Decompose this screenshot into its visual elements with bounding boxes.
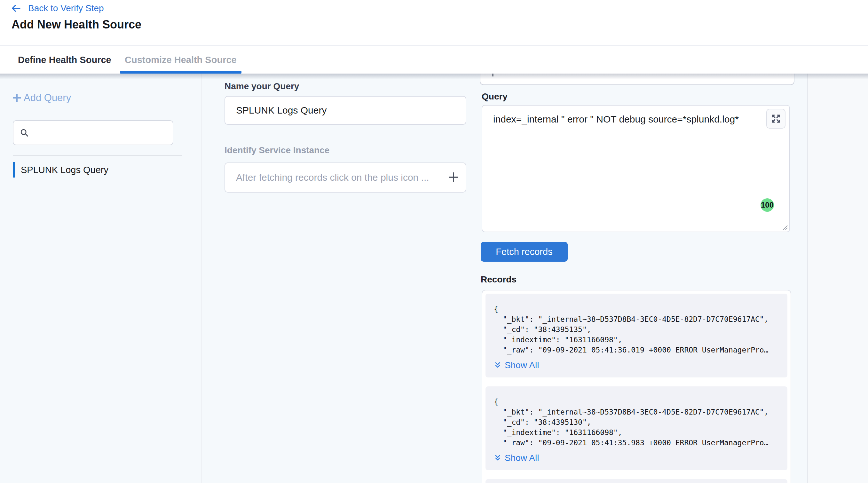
record-json-line: { bbox=[494, 304, 780, 314]
record-json-line: "_bkt": "_internal~38~D537D8B4-3EC0-4D5E… bbox=[494, 407, 780, 417]
selected-indicator-bar bbox=[13, 162, 15, 178]
record-card-partial bbox=[486, 479, 787, 483]
record-json-line: "_bkt": "_internal~38~D537D8B4-3EC0-4D5E… bbox=[494, 314, 780, 324]
resize-handle-icon[interactable] bbox=[781, 223, 788, 230]
query-item-label: SPLUNK Logs Query bbox=[21, 165, 108, 175]
chevron-double-down-icon bbox=[494, 361, 501, 369]
query-name-input[interactable] bbox=[224, 96, 466, 125]
record-card: { "_bkt": "_internal~38~D537D8B4-3EC0-4D… bbox=[486, 294, 787, 378]
right-panel-strip bbox=[807, 73, 868, 483]
show-all-link[interactable]: Show All bbox=[494, 453, 539, 463]
plus-icon bbox=[12, 93, 22, 103]
fetch-records-button[interactable]: Fetch records bbox=[481, 242, 568, 262]
record-json-line: "_raw": "09-09-2021 05:41:36.019 +0000 E… bbox=[494, 345, 780, 355]
tab-bar: Define Health Source Customize Health So… bbox=[0, 46, 868, 73]
sidebar-divider bbox=[13, 155, 182, 156]
page-header: Back to Verify Step Add New Health Sourc… bbox=[0, 0, 868, 46]
query-value: index=_internal " error " NOT debug sour… bbox=[493, 114, 754, 125]
active-tab-underline bbox=[120, 71, 242, 73]
expand-query-button[interactable] bbox=[766, 109, 785, 129]
scrolled-input-partial[interactable] bbox=[480, 73, 795, 85]
query-label: Query bbox=[482, 91, 507, 102]
expand-arrows-icon bbox=[771, 114, 781, 124]
chevron-double-down-icon bbox=[494, 454, 501, 462]
record-json-line: "_indextime": "1631166098", bbox=[494, 335, 780, 345]
record-card: { "_bkt": "_internal~38~D537D8B4-3EC0-4D… bbox=[486, 386, 787, 470]
record-json-line: { bbox=[494, 397, 780, 407]
show-all-link[interactable]: Show All bbox=[494, 360, 539, 370]
add-query-label: Add Query bbox=[24, 92, 71, 103]
records-container: { "_bkt": "_internal~38~D537D8B4-3EC0-4D… bbox=[482, 290, 791, 483]
back-arrow-icon bbox=[11, 4, 21, 13]
back-link-label: Back to Verify Step bbox=[28, 3, 104, 13]
query-textarea[interactable]: index=_internal " error " NOT debug sour… bbox=[482, 105, 790, 232]
content-area: Add Query SPLUNK Logs Query Name your Qu… bbox=[0, 73, 868, 483]
add-query-button[interactable]: Add Query bbox=[12, 92, 71, 103]
query-search-box bbox=[13, 120, 173, 145]
service-instance-plus-button[interactable] bbox=[446, 170, 461, 185]
search-icon bbox=[20, 128, 29, 137]
name-your-query-label: Name your Query bbox=[224, 81, 299, 91]
query-sidebar: Add Query SPLUNK Logs Query bbox=[0, 73, 202, 483]
tab-define-health-source[interactable]: Define Health Source bbox=[18, 46, 111, 73]
back-to-verify-link[interactable]: Back to Verify Step bbox=[11, 3, 104, 13]
tab-customize-health-source[interactable]: Customize Health Source bbox=[125, 46, 237, 73]
record-json-line: "_raw": "09-09-2021 05:41:35.983 +0000 E… bbox=[494, 437, 780, 448]
page-title: Add New Health Source bbox=[11, 18, 142, 31]
page: Back to Verify Step Add New Health Sourc… bbox=[0, 0, 868, 483]
show-all-label: Show All bbox=[505, 453, 539, 463]
record-json-line: "_cd": "38:4395135", bbox=[494, 324, 780, 335]
identify-service-instance-label: Identify Service Instance bbox=[224, 145, 330, 155]
record-json-line: "_indextime": "1631166098", bbox=[494, 427, 780, 437]
service-instance-input[interactable] bbox=[224, 162, 466, 192]
sidebar-item-splunk-logs-query[interactable]: SPLUNK Logs Query bbox=[13, 162, 108, 178]
show-all-label: Show All bbox=[505, 360, 539, 370]
records-label: Records bbox=[481, 274, 517, 285]
record-count-badge: 100 bbox=[761, 198, 774, 212]
record-json-line: "_cd": "38:4395130", bbox=[494, 417, 780, 427]
search-input[interactable] bbox=[34, 128, 166, 138]
